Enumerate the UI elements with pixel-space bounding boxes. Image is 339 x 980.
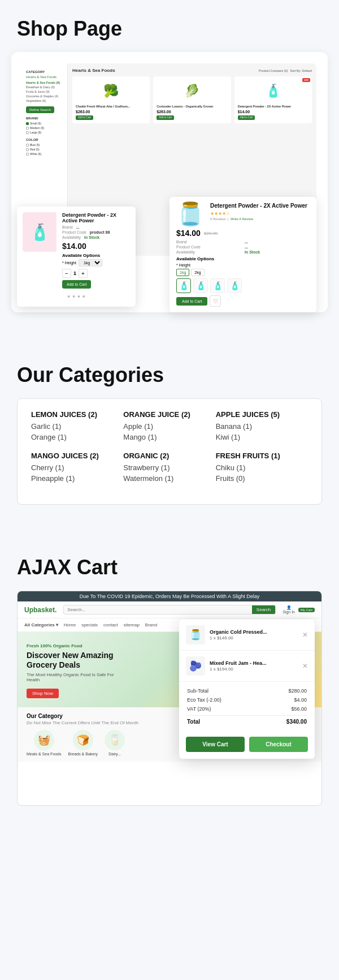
vat-row: VAT (20%) $56.00: [187, 704, 307, 713]
list-item[interactable]: Cherry (1): [31, 463, 123, 472]
product-thumbnail-2[interactable]: 🧴: [193, 278, 208, 293]
view-cart-button[interactable]: View Cart: [186, 737, 245, 752]
product-thumbnail-4[interactable]: 🧴: [227, 278, 242, 293]
size-1kg-button[interactable]: 1kg: [176, 269, 189, 276]
cart-icon-item[interactable]: My Cart: [298, 608, 315, 612]
cart-item-remove-2[interactable]: ✕: [302, 662, 308, 670]
search-button[interactable]: Search: [252, 605, 275, 614]
filter-color-item[interactable]: White (6): [26, 152, 64, 156]
ajax-cart-section: AJAX Cart Due To The COVID 19 Epidemic, …: [0, 550, 339, 823]
filter-brand-item[interactable]: Large (6): [26, 130, 64, 135]
sidebar-cat-item[interactable]: Hearts & Sea Foods (6): [26, 80, 64, 85]
list-item[interactable]: Watermelon (1): [123, 474, 215, 483]
sidebar-cat-item[interactable]: Groceries & Staples (4): [26, 94, 64, 98]
signin-icon-item[interactable]: 👤 Sign In: [282, 605, 295, 614]
category-column-1: LEMON JUICES (2) Garlic (1) Orange (1) M…: [31, 410, 123, 493]
list-item[interactable]: Mango (1): [123, 433, 215, 441]
subtotal-row: Sub-Total $280.00: [187, 686, 307, 695]
cart-item-info-2: Mixed Fruit Jam - Hea... 1 x $194.00: [210, 660, 298, 672]
list-item[interactable]: Fruits (0): [216, 474, 308, 483]
cart-item-remove-1[interactable]: ✕: [302, 631, 308, 639]
nav-link-sitemap[interactable]: sitemap: [124, 622, 140, 627]
search-bar[interactable]: Search: [63, 605, 276, 614]
product-badge: sale: [302, 78, 310, 82]
write-review-link[interactable]: Write A Review: [231, 217, 253, 221]
nav-link-specials[interactable]: specials: [81, 622, 98, 627]
checkout-button[interactable]: Checkout: [249, 737, 308, 752]
product-image: 🧴: [238, 80, 308, 102]
category-icon-breads[interactable]: 🍞 Breads & Bakery: [68, 730, 98, 756]
sidebar-cat-item[interactable]: Vegetables (6): [26, 98, 64, 103]
product-name: Coriander Leaves - Organically Grown: [157, 105, 227, 109]
list-item[interactable]: Garlic (1): [31, 422, 123, 431]
ajax-cart-title: AJAX Cart: [17, 556, 322, 591]
meats-icon: 🧺: [34, 730, 54, 750]
list-item[interactable]: Kiwi (1): [216, 433, 308, 441]
add-to-cart-button[interactable]: Add to Cart: [238, 115, 255, 120]
add-to-cart-button-2[interactable]: Add to Cart: [176, 297, 207, 306]
dairy-icon: 🥛: [105, 730, 125, 750]
detail-product-name-2: Detergent Powder - 2X Active Power: [210, 203, 310, 209]
total-value: $340.00: [286, 719, 307, 725]
add-to-cart-button-1[interactable]: Add to Cart: [62, 280, 91, 289]
options-label: Available Options: [62, 253, 130, 258]
pagination-dots[interactable]: • • • •: [23, 292, 130, 301]
list-item[interactable]: Chiku (1): [216, 463, 308, 472]
category-icon-meats[interactable]: 🧺 Meats & Sea Foods: [27, 730, 61, 756]
total-row: Total $340.00: [187, 715, 307, 727]
product-card: sale 🧴 Detergent Powder - 2X Active Powe…: [234, 76, 312, 123]
add-to-cart-button[interactable]: Add to Cart: [157, 115, 174, 120]
detail-product-image-1: 🧴: [23, 212, 56, 252]
site-logo: Upbasket.: [24, 606, 56, 614]
size-2kg-button[interactable]: 2kg: [191, 269, 204, 276]
product-thumbnail-1[interactable]: 🧴: [176, 278, 191, 293]
list-item[interactable]: Orange (1): [31, 433, 123, 441]
shop-now-button[interactable]: Shop Now: [27, 689, 59, 698]
product-card: 🥬 Coriander Leaves - Organically Grown $…: [153, 76, 231, 123]
height-select[interactable]: 1kg: [79, 259, 102, 267]
add-to-cart-button[interactable]: Add to Cart: [76, 115, 93, 120]
list-item[interactable]: Banana (1): [216, 422, 308, 431]
nav-link-contact[interactable]: contact: [103, 622, 118, 627]
signin-label: Sign In: [282, 610, 295, 614]
category-icon-dairy[interactable]: 🥛 Dairy...: [105, 730, 125, 756]
filter-color-item[interactable]: Blue (5): [26, 143, 64, 147]
list-item[interactable]: Strawberry (1): [123, 463, 215, 472]
hero-subtitle: The Most Healthy Organic Food Is Safe Fo…: [27, 672, 117, 682]
cart-item-1: 🫙 Organic Cold Pressed... 1 x $146.00 ✕: [179, 620, 315, 651]
filter-brand-item[interactable]: Small (6): [26, 121, 64, 126]
categories-title: Our Categories: [17, 363, 322, 398]
product-detail-card-2: 🫙 Detergent Powder - 2X Active Power ★★★…: [169, 197, 316, 312]
product-thumbnail-3[interactable]: 🧴: [210, 278, 225, 293]
search-input[interactable]: [64, 605, 251, 614]
category-group-orange: ORANGE JUICE (2) Apple (1) Mango (1): [123, 410, 215, 441]
cart-item-qty-1: 1 x $146.00: [210, 635, 298, 641]
qty-decrease-button[interactable]: −: [62, 269, 71, 278]
cart-totals: Sub-Total $280.00 Eco Tax (-2.00) $4.00 …: [179, 682, 315, 731]
filter-brand-item[interactable]: Medium (6): [26, 126, 64, 130]
product-image: 🥦: [76, 80, 146, 102]
list-item[interactable]: Pineapple (1): [31, 474, 123, 483]
availability-value: In Stock: [84, 235, 99, 239]
product-detail-card-1: 🧴 Detergent Powder - 2X Active Power Bra…: [17, 207, 136, 307]
wishlist-button[interactable]: ♡: [210, 295, 221, 307]
sidebar-brand-link[interactable]: Hearts & Sea Foods: [26, 75, 64, 79]
top-banner: Due To The COVID 19 Epidemic, Orders May…: [18, 591, 321, 601]
filter-color-item[interactable]: Red (5): [26, 147, 64, 152]
cart-badge: My Cart: [298, 608, 315, 612]
eco-tax-row: Eco Tax (-2.00) $4.00: [187, 695, 307, 704]
list-item[interactable]: Apple (1): [123, 422, 215, 431]
nav-link-brand[interactable]: Brand: [145, 622, 157, 627]
refine-search-button[interactable]: Refine Search: [26, 106, 54, 113]
product-image: 🥬: [157, 80, 227, 102]
eco-tax-value: $4.00: [294, 697, 307, 703]
sidebar-cat-item[interactable]: Fruits & Juice (9): [26, 89, 64, 94]
height-label-2: * Height: [176, 263, 310, 267]
qty-increase-button[interactable]: +: [79, 269, 88, 278]
detail-price-2: $14.00: [176, 229, 201, 238]
all-categories-dropdown[interactable]: All Categories ▾: [24, 622, 58, 627]
fresh-fruits-title: FRESH FRUITS (1): [216, 452, 308, 460]
total-label: Total: [187, 719, 200, 725]
sidebar-cat-item[interactable]: Breakfast & Dairy (6): [26, 85, 64, 89]
nav-link-home[interactable]: Home: [64, 622, 76, 627]
